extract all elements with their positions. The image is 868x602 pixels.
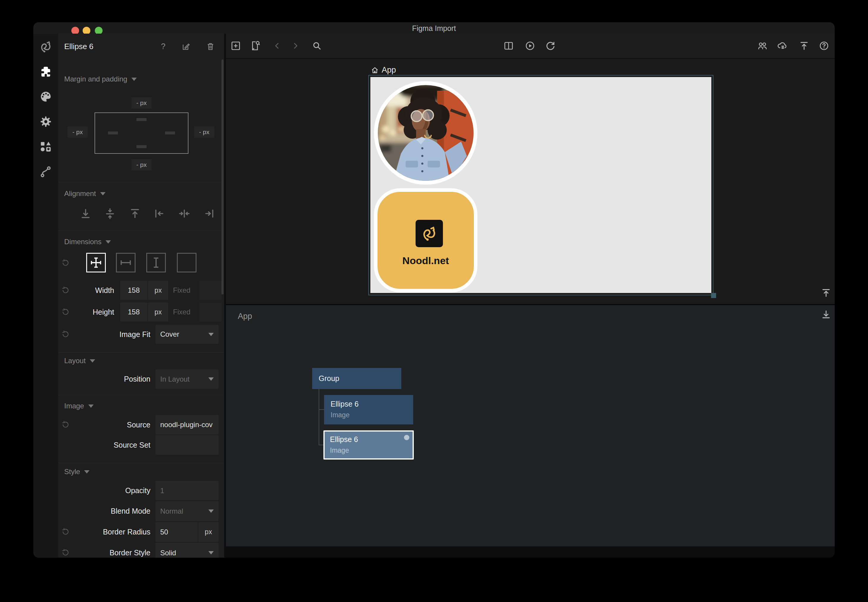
card-text: Noodl.net [381,255,470,267]
help-icon[interactable]: ? [159,42,168,52]
chevron-down-icon [208,378,214,381]
sidebar-rail [33,34,58,558]
noodl-card-ellipse[interactable]: Noodl.net [374,188,478,292]
align-left-icon[interactable] [153,207,165,220]
size-mode-content-button[interactable] [177,253,196,272]
margin-top-field[interactable]: - px [132,97,152,109]
width-extra-field[interactable] [199,281,222,300]
components-icon[interactable] [33,134,58,159]
search-icon[interactable] [312,40,322,51]
settings-gear-icon[interactable] [33,109,58,134]
component-search-icon[interactable] [250,40,261,51]
section-image[interactable]: Image [64,402,93,410]
margin-left-field[interactable]: - px [67,126,88,138]
section-margin-padding[interactable]: Margin and padding [64,75,137,84]
selected-node-title: Ellipse 6 [64,42,124,51]
chevron-down-icon [88,404,93,408]
section-layout[interactable]: Layout [64,356,95,365]
home-icon [371,66,379,74]
noodl-logo-icon [421,225,438,242]
margin-right-field[interactable]: - px [194,126,214,138]
size-mode-width-button[interactable] [116,253,136,272]
section-style[interactable]: Style [64,467,89,476]
opacity-input[interactable]: 1 [155,481,219,500]
align-bottom-icon[interactable] [80,207,92,220]
size-mode-both-button[interactable] [86,253,106,272]
align-horizontal-center-icon[interactable] [178,207,190,220]
image-fit-dropdown[interactable]: Cover [155,325,219,344]
cloud-sync-icon[interactable] [777,40,787,51]
align-right-icon[interactable] [203,207,215,220]
app-preview[interactable]: Noodl.net [370,77,711,293]
refresh-icon[interactable] [545,40,556,51]
padding-top-field[interactable] [136,118,147,121]
source-set-input[interactable] [155,435,219,455]
border-style-label: Border Style [58,543,150,558]
position-dropdown[interactable]: In Layout [155,369,219,389]
source-input[interactable]: noodl-plugin-cov [155,415,219,435]
source-set-label: Source Set [58,435,150,455]
reset-icon[interactable] [61,259,69,267]
edit-icon[interactable] [182,42,191,51]
noodl-logo-icon[interactable] [33,34,58,59]
width-mode-label: Fixed [173,280,191,300]
chevron-down-icon [84,470,89,473]
delete-trash-icon[interactable] [206,42,215,51]
resize-handle[interactable] [711,293,716,298]
profile-photo-ellipse[interactable] [374,81,478,185]
border-radius-unit[interactable]: px [198,522,219,542]
height-input[interactable]: 158 [120,303,147,321]
noodl-logo-badge [416,220,443,247]
styles-palette-icon[interactable] [33,84,58,109]
width-unit[interactable]: px [148,281,168,300]
connection-dot[interactable] [404,435,409,440]
collapse-up-icon[interactable] [821,288,832,298]
version-control-icon[interactable] [33,159,58,184]
align-vertical-center-icon[interactable] [104,207,116,220]
chevron-down-icon [106,240,111,244]
node-group[interactable]: Group [312,368,401,389]
preview-viewer: App [226,59,835,304]
back-icon[interactable] [272,40,282,51]
split-view-icon[interactable] [503,40,514,51]
height-extra-field[interactable] [199,303,222,321]
border-radius-input[interactable]: 50 [155,522,197,542]
opacity-label: Opacity [58,481,150,500]
add-node-icon[interactable] [230,40,241,51]
align-top-icon[interactable] [129,207,141,220]
forward-icon[interactable] [290,40,301,51]
breadcrumb[interactable]: App [371,65,396,75]
node-ellipse6-selected[interactable]: Ellipse 6 Image [323,430,414,459]
image-fit-label: Image Fit [58,324,150,344]
node-ellipse6[interactable]: Ellipse 6 Image [324,395,413,424]
breadcrumb-label: App [382,65,396,75]
chevron-down-icon [132,78,137,81]
tree-connector [318,409,324,410]
tree-connector [318,389,319,445]
section-dimensions[interactable]: Dimensions [64,237,111,246]
canvas-toolbar [226,34,835,59]
width-input[interactable]: 158 [120,281,147,300]
source-label: Source [58,415,150,435]
figma-import-window: Figma Import [33,22,835,558]
titlebar: Figma Import [33,22,835,34]
blend-mode-dropdown[interactable]: Normal [155,501,219,521]
position-label: Position [58,369,150,389]
deploy-upload-icon[interactable] [799,40,810,51]
padding-right-field[interactable] [165,132,175,134]
chevron-down-icon [208,551,214,554]
collaborators-icon[interactable] [757,40,768,51]
panel-scrollbar[interactable] [222,60,224,295]
help-icon[interactable] [819,40,829,51]
size-mode-height-button[interactable] [146,253,166,272]
node-editor[interactable]: App Group Ellipse 6 Image Ellipse 6 Imag… [226,305,835,547]
border-style-dropdown[interactable]: Solid [155,543,219,558]
section-alignment[interactable]: Alignment [64,189,106,198]
plugins-puzzle-icon[interactable] [33,59,58,84]
margin-bottom-field[interactable]: - px [132,159,152,170]
play-icon[interactable] [525,40,535,51]
padding-bottom-field[interactable] [136,145,147,148]
collapse-down-icon[interactable] [821,309,832,319]
padding-left-field[interactable] [108,132,118,134]
height-unit[interactable]: px [148,303,168,321]
